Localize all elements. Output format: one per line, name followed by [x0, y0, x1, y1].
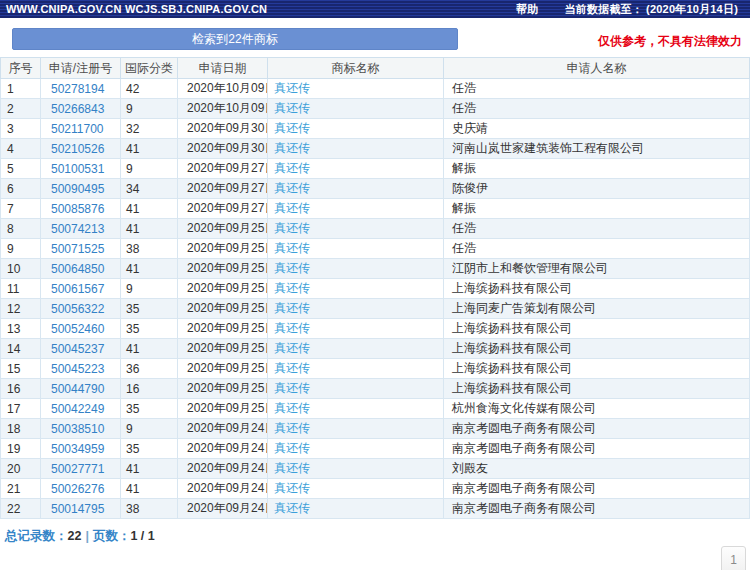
serial-cell: 4 — [1, 139, 41, 159]
trademark-name-link[interactable]: 真还传 — [274, 101, 310, 115]
serial-cell: 5 — [1, 159, 41, 179]
header-class: 国际分类 — [121, 58, 178, 79]
application-number-cell: 50061567 — [41, 279, 121, 299]
applicant-cell: 解振 — [444, 159, 750, 179]
header-applicant: 申请人名称 — [444, 58, 750, 79]
date-cell: 2020年09月24日 — [178, 459, 268, 479]
applicant-cell: 河南山岚世家建筑装饰工程有限公司 — [444, 139, 750, 159]
application-number-link[interactable]: 50074213 — [51, 222, 104, 236]
trademark-name-cell: 真还传 — [268, 159, 444, 179]
trademark-name-link[interactable]: 真还传 — [274, 341, 310, 355]
serial-cell: 19 — [1, 439, 41, 459]
application-number-link[interactable]: 50045223 — [51, 362, 104, 376]
applicant-cell: 南京考圆电子商务有限公司 — [444, 439, 750, 459]
date-cell: 2020年09月27日 — [178, 179, 268, 199]
application-number-link[interactable]: 50085876 — [51, 202, 104, 216]
trademark-name-link[interactable]: 真还传 — [274, 241, 310, 255]
application-number-link[interactable]: 50052460 — [51, 322, 104, 336]
trademark-name-link[interactable]: 真还传 — [274, 461, 310, 475]
application-number-link[interactable]: 50014795 — [51, 502, 104, 516]
date-cell: 2020年09月24日 — [178, 419, 268, 439]
date-cell: 2020年09月25日 — [178, 319, 268, 339]
application-number-link[interactable]: 50090495 — [51, 182, 104, 196]
application-number-link[interactable]: 50027771 — [51, 462, 104, 476]
page-1-button[interactable]: 1 — [721, 546, 746, 570]
trademark-name-link[interactable]: 真还传 — [274, 121, 310, 135]
class-cell: 9 — [121, 159, 178, 179]
application-number-link[interactable]: 50042249 — [51, 402, 104, 416]
trademark-name-cell: 真还传 — [268, 319, 444, 339]
application-number-link[interactable]: 50100531 — [51, 162, 104, 176]
legal-disclaimer: 仅供参考，不具有法律效力 — [598, 33, 742, 50]
application-number-link[interactable]: 50044790 — [51, 382, 104, 396]
applicant-cell: 上海缤扬科技有限公司 — [444, 359, 750, 379]
trademark-name-link[interactable]: 真还传 — [274, 181, 310, 195]
table-row: 950071525382020年09月25日真还传任浩 — [1, 239, 750, 259]
trademark-name-link[interactable]: 真还传 — [274, 221, 310, 235]
application-number-cell: 50071525 — [41, 239, 121, 259]
applicant-cell: 杭州食海文化传媒有限公司 — [444, 399, 750, 419]
trademark-name-link[interactable]: 真还传 — [274, 501, 310, 515]
serial-cell: 21 — [1, 479, 41, 499]
application-number-cell: 50100531 — [41, 159, 121, 179]
results-count-button[interactable]: 检索到22件商标 — [12, 28, 458, 50]
trademark-name-link[interactable]: 真还传 — [274, 301, 310, 315]
class-cell: 41 — [121, 339, 178, 359]
date-cell: 2020年09月25日 — [178, 239, 268, 259]
trademark-name-link[interactable]: 真还传 — [274, 161, 310, 175]
trademark-name-link[interactable]: 真还传 — [274, 401, 310, 415]
application-number-cell: 50045237 — [41, 339, 121, 359]
help-link[interactable]: 帮助 — [516, 2, 538, 17]
table-row: 1750042249352020年09月25日真还传杭州食海文化传媒有限公司 — [1, 399, 750, 419]
trademark-name-link[interactable]: 真还传 — [274, 281, 310, 295]
top-bar: WWW.CNIPA.GOV.CN WCJS.SBJ.CNIPA.GOV.CN 帮… — [0, 0, 750, 18]
table-row: 1350052460352020年09月25日真还传上海缤扬科技有限公司 — [1, 319, 750, 339]
application-number-cell: 50045223 — [41, 359, 121, 379]
class-cell: 9 — [121, 419, 178, 439]
applicant-cell: 刘殿友 — [444, 459, 750, 479]
application-number-link[interactable]: 50056322 — [51, 302, 104, 316]
application-number-link[interactable]: 50026276 — [51, 482, 104, 496]
application-number-link[interactable]: 50266843 — [51, 102, 104, 116]
trademark-name-link[interactable]: 真还传 — [274, 201, 310, 215]
date-cell: 2020年09月24日 — [178, 439, 268, 459]
class-cell: 41 — [121, 259, 178, 279]
application-number-link[interactable]: 50034959 — [51, 442, 104, 456]
application-number-link[interactable]: 50038510 — [51, 422, 104, 436]
application-number-link[interactable]: 50211700 — [51, 122, 104, 136]
serial-cell: 8 — [1, 219, 41, 239]
applicant-cell: 上海缤扬科技有限公司 — [444, 279, 750, 299]
pages-label: 页数： — [93, 529, 131, 543]
application-number-link[interactable]: 50045237 — [51, 342, 104, 356]
trademark-name-link[interactable]: 真还传 — [274, 361, 310, 375]
serial-cell: 9 — [1, 239, 41, 259]
applicant-cell: 陈俊伊 — [444, 179, 750, 199]
summary-separator: | — [81, 529, 93, 543]
application-number-link[interactable]: 50061567 — [51, 282, 104, 296]
trademark-name-link[interactable]: 真还传 — [274, 421, 310, 435]
date-cell: 2020年10月09日 — [178, 79, 268, 99]
serial-cell: 17 — [1, 399, 41, 419]
trademark-name-link[interactable]: 真还传 — [274, 381, 310, 395]
trademark-name-link[interactable]: 真还传 — [274, 141, 310, 155]
date-cell: 2020年09月30日 — [178, 139, 268, 159]
trademark-name-link[interactable]: 真还传 — [274, 321, 310, 335]
table-row: 650090495342020年09月27日真还传陈俊伊 — [1, 179, 750, 199]
trademark-name-link[interactable]: 真还传 — [274, 481, 310, 495]
trademark-name-link[interactable]: 真还传 — [274, 261, 310, 275]
application-number-link[interactable]: 50071525 — [51, 242, 104, 256]
application-number-link[interactable]: 50278194 — [51, 82, 104, 96]
class-cell: 38 — [121, 239, 178, 259]
serial-cell: 10 — [1, 259, 41, 279]
trademark-name-cell: 真还传 — [268, 479, 444, 499]
application-number-cell: 50064850 — [41, 259, 121, 279]
pages-value: 1 / 1 — [130, 529, 154, 543]
trademark-name-link[interactable]: 真还传 — [274, 81, 310, 95]
application-number-link[interactable]: 50210526 — [51, 142, 104, 156]
table-row: 150278194422020年10月09日真还传任浩 — [1, 79, 750, 99]
table-row: 1650044790162020年09月25日真还传上海缤扬科技有限公司 — [1, 379, 750, 399]
application-number-cell: 50014795 — [41, 499, 121, 519]
trademark-name-link[interactable]: 真还传 — [274, 441, 310, 455]
class-cell: 41 — [121, 139, 178, 159]
application-number-link[interactable]: 50064850 — [51, 262, 104, 276]
